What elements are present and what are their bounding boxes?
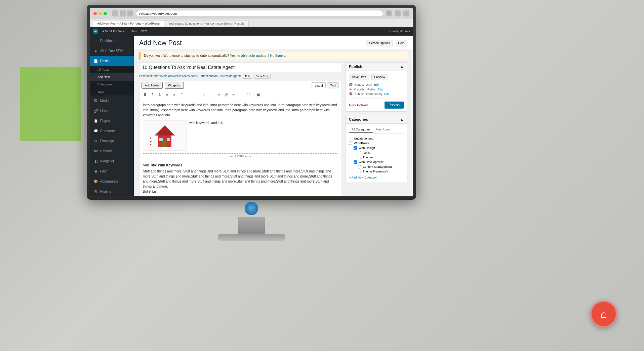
cat-check-wordpress[interactable] — [349, 142, 352, 145]
align-center-btn[interactable]: ↔ — [201, 91, 207, 98]
pages-icon: 📋 — [93, 118, 98, 123]
permalink-edit-btn[interactable]: Edit — [243, 74, 252, 79]
bookmark-button[interactable]: ☆ — [395, 10, 401, 16]
publish-collapse-icon[interactable]: ▲ — [400, 65, 404, 69]
forward-button[interactable]: › — [120, 10, 126, 16]
reader-button[interactable]: ≡ — [127, 10, 133, 16]
move-to-trash-link[interactable]: Move to Trash — [349, 104, 368, 107]
maximize-button[interactable] — [104, 12, 107, 15]
cat-item-webdesign: Web Design — [349, 146, 404, 150]
hr-btn[interactable]: — — [186, 91, 193, 98]
add-media-btn[interactable]: Add Media — [142, 82, 163, 89]
home-button[interactable]: ⌂ — [590, 301, 617, 327]
svg-text:➤: ➤ — [150, 143, 152, 146]
bold-btn[interactable]: B — [142, 91, 148, 98]
sidebar-item-tags[interactable]: Tags — [90, 88, 134, 95]
link-btn[interactable]: 🔗 — [223, 91, 230, 98]
adminbar-seo[interactable]: SEO — [141, 30, 147, 33]
reload-button[interactable]: ↻ — [386, 10, 392, 16]
sidebar-item-widgetkit[interactable]: ◧ Widgetkit — [90, 156, 134, 166]
permalink-url[interactable]: http://vets.acuwebservices.com/10questio… — [154, 74, 241, 78]
widgetkit-btn[interactable]: Widgetkit — [165, 82, 184, 89]
preview-button[interactable]: Preview — [371, 74, 388, 80]
notice-yes-link[interactable]: Yes, enable auto-update. — [230, 54, 267, 57]
close-button[interactable] — [93, 12, 97, 15]
sidebar-posts-sub: All Posts Add New Categories Tags — [90, 66, 134, 95]
save-draft-button[interactable]: Save Draft — [349, 74, 369, 80]
share-button[interactable]: ↑ — [403, 10, 409, 16]
wp-main: Add New Post Screen Options Help Do you … — [134, 36, 413, 196]
status-edit-link[interactable]: Edit — [374, 83, 379, 86]
sidebar-item-allposts[interactable]: All Posts — [90, 66, 134, 73]
svg-rect-2 — [162, 141, 167, 147]
image-block: ➤ ➤ ➤ with keywords and info. — [143, 120, 337, 151]
sidebar-item-allinoneseo[interactable]: ◈ All in One SEO — [90, 46, 134, 56]
notice-no-link[interactable]: No thanks. — [270, 54, 286, 57]
wordfence-notice: Do you want Wordfence to stay up-to-date… — [139, 52, 407, 60]
schedule-row: 📅 Publish immediately Edit — [349, 92, 404, 96]
cat-check-webdesign[interactable] — [354, 146, 357, 150]
align-justify-btn[interactable]: ⇔ — [215, 91, 222, 98]
sidebar-item-flamingo[interactable]: ✉ Flamingo — [90, 136, 134, 146]
wp-logo[interactable]: W — [93, 29, 98, 34]
schedule-edit-link[interactable]: Edit — [384, 92, 390, 96]
list-ol-btn[interactable]: ≡ — [171, 91, 178, 98]
sidebar-item-finch[interactable]: ◉ Finch — [90, 166, 134, 176]
add-new-category-link[interactable]: + Add New Category — [349, 176, 404, 179]
browser-nav: ‹ › ≡ — [112, 10, 133, 16]
fullscreen-btn[interactable]: ⛶ — [245, 91, 252, 98]
sidebar-item-media[interactable]: 🖼 Media — [90, 95, 134, 106]
tab-yahoo[interactable]: real estate: 10 questions – Yahoo Image … — [165, 20, 249, 27]
sidebar-item-categories[interactable]: Categories — [90, 81, 134, 88]
unlink-btn[interactable]: ✂ — [230, 91, 237, 98]
cat-check-themeframework[interactable] — [358, 170, 361, 173]
sidebar-item-appearance[interactable]: 🎨 Appearance — [90, 176, 134, 186]
cat-item-webdev: Web Development — [349, 160, 404, 164]
cat-check-uncategorized[interactable] — [349, 137, 352, 140]
cat-tab-all[interactable]: All Categories — [349, 126, 373, 133]
sidebar-item-contact[interactable]: ☎ Contact — [90, 146, 134, 156]
visual-tab[interactable]: Visual — [312, 82, 326, 88]
monitor-brand: 🐦 — [87, 200, 416, 217]
adminbar-site[interactable]: A Night For Vets — [102, 30, 124, 33]
blockquote-btn[interactable]: " — [178, 91, 185, 98]
sidebar-item-pages[interactable]: 📋 Pages — [90, 116, 134, 126]
image-btn[interactable]: ◻ — [238, 91, 244, 98]
cat-check-icons[interactable] — [358, 151, 361, 154]
sidebar-item-links[interactable]: 🔗 Links — [90, 106, 134, 116]
sidebar-item-posts[interactable]: 📄 Posts — [90, 56, 134, 66]
visibility-value: Public — [367, 88, 376, 91]
publish-actions: Save Draft Preview — [349, 74, 404, 80]
address-bar[interactable]: vets.acuwebservices.com — [136, 10, 383, 17]
editor-body[interactable]: Intro paragraph here with keywords and i… — [139, 99, 341, 196]
visibility-edit-link[interactable]: Edit — [377, 88, 383, 91]
sidebar-item-plugins[interactable]: 🔌 Plugins — [90, 186, 134, 196]
categories-collapse-icon[interactable]: ▲ — [400, 117, 404, 121]
align-left-btn[interactable]: ← — [193, 91, 200, 98]
align-right-btn[interactable]: → — [208, 91, 215, 98]
view-post-btn[interactable]: View Post — [254, 74, 271, 79]
screen-options-button[interactable]: Screen Options — [366, 40, 393, 46]
cat-check-webdev[interactable] — [354, 160, 357, 164]
cat-check-themes[interactable] — [358, 156, 361, 159]
list-ul-btn[interactable]: ≡ — [164, 91, 170, 98]
house-svg: ➤ ➤ ➤ — [148, 122, 182, 149]
sidebar-item-dashboard[interactable]: ⊞ Dashboard — [90, 36, 134, 46]
links-icon: 🔗 — [93, 108, 98, 113]
post-title-input[interactable] — [139, 62, 341, 72]
back-button[interactable]: ‹ — [112, 10, 118, 16]
help-button[interactable]: Help — [395, 40, 407, 46]
cat-check-contentmgmt[interactable] — [358, 165, 361, 168]
minimize-button[interactable] — [98, 12, 102, 15]
more-btn[interactable]: ▦ — [255, 91, 261, 98]
text-tab[interactable]: Text — [327, 82, 339, 88]
adminbar-new[interactable]: + New — [128, 30, 137, 33]
italic-btn[interactable]: I — [149, 91, 156, 98]
sidebar-item-addnew[interactable]: Add New — [90, 73, 134, 81]
sidebar-item-comments[interactable]: 💬 Comments — [90, 126, 134, 136]
strikethrough-btn[interactable]: S̶ — [156, 91, 163, 98]
status-value: Draft — [366, 83, 372, 86]
cat-tab-most-used[interactable]: Most Used — [373, 126, 393, 133]
tab-wordpress[interactable]: Add New Post – A Night For Vets – WordPr… — [93, 20, 164, 27]
publish-button[interactable]: Publish — [385, 102, 404, 109]
